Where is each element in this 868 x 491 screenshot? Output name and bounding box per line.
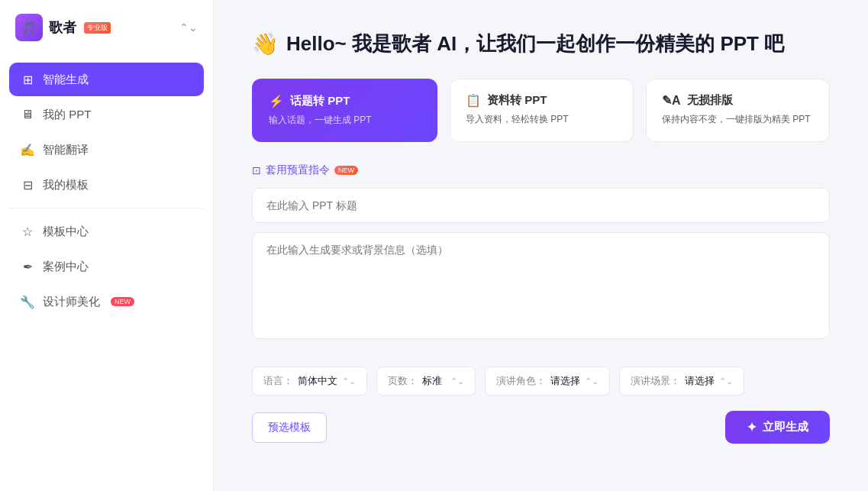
sidebar-item-my-ppt[interactable]: 🖥 我的 PPT: [9, 98, 204, 131]
ppt-desc-textarea[interactable]: [252, 232, 830, 339]
sidebar-item-smart-gen[interactable]: ⊞ 智能生成: [9, 63, 204, 96]
greeting: 👋 Hello~ 我是歌者 AI，让我们一起创作一份精美的 PPT 吧: [252, 31, 830, 57]
language-select[interactable]: 语言： 简体中文 ⌃⌄: [252, 367, 367, 396]
main-content: 👋 Hello~ 我是歌者 AI，让我们一起创作一份精美的 PPT 吧 ⚡ 话题…: [214, 0, 868, 491]
mode-card-desc: 保持内容不变，一键排版为精美 PPT: [662, 112, 814, 126]
sidebar-item-template-center[interactable]: ☆ 模板中心: [9, 215, 204, 248]
case-center-icon: ✒: [20, 259, 35, 274]
sidebar-nav: ⊞ 智能生成 🖥 我的 PPT ✍ 智能翻译 ⊟ 我的模板 ☆ 模板中心 ✒ 案…: [0, 55, 213, 491]
role-select[interactable]: 演讲角色： 请选择 ⌃⌄: [485, 367, 610, 396]
material-icon: 📋: [466, 93, 481, 108]
ppt-title-input[interactable]: [252, 188, 830, 223]
preset-section: ⊡ 套用预置指令 NEW: [252, 163, 830, 354]
sidebar-item-designer[interactable]: 🔧 设计师美化 NEW: [9, 285, 204, 318]
language-label: 语言：: [263, 374, 293, 388]
generate-label: 立即生成: [763, 420, 808, 434]
role-chevron-icon: ⌃⌄: [585, 376, 599, 386]
nav-divider: [9, 208, 204, 208]
preset-text: 套用预置指令: [266, 163, 330, 177]
role-label: 演讲角色：: [496, 374, 546, 388]
scene-value: 请选择: [685, 374, 715, 388]
scene-select[interactable]: 演讲场景： 请选择 ⌃⌄: [619, 367, 744, 396]
pages-chevron-icon: ⌃⌄: [450, 376, 464, 386]
logo-text: 歌者: [49, 18, 76, 37]
mode-cards: ⚡ 话题转 PPT 输入话题，一键生成 PPT 📋 资料转 PPT 导入资料，轻…: [252, 79, 830, 142]
sidebar-item-label: 我的模板: [43, 178, 89, 192]
scene-chevron-icon: ⌃⌄: [719, 376, 733, 386]
generate-spark-icon: ✦: [747, 420, 757, 434]
designer-icon: 🔧: [20, 294, 35, 309]
mode-card-label: 资料转 PPT: [487, 93, 547, 108]
logo-icon: 🎵: [15, 14, 43, 41]
mode-card-topic[interactable]: ⚡ 话题转 PPT 输入话题，一键生成 PPT: [252, 79, 437, 142]
sidebar-item-case-center[interactable]: ✒ 案例中心: [9, 250, 204, 283]
my-ppt-icon: 🖥: [20, 107, 35, 122]
mode-card-label: 话题转 PPT: [290, 94, 350, 108]
preset-label[interactable]: ⊡ 套用预置指令 NEW: [252, 163, 830, 177]
sidebar-item-label: 智能翻译: [43, 143, 89, 157]
sidebar-item-my-templates[interactable]: ⊟ 我的模板: [9, 168, 204, 202]
translate-icon: ✍: [20, 142, 35, 157]
sidebar: 🎵 歌者 专业版 ⌃⌄ ⊞ 智能生成 🖥 我的 PPT ✍ 智能翻译 ⊟ 我的模…: [0, 0, 214, 491]
sidebar-toggle-icon[interactable]: ⌃⌄: [179, 21, 198, 34]
pages-label: 页数：: [388, 374, 418, 388]
mode-card-material[interactable]: 📋 资料转 PPT 导入资料，轻松转换 PPT: [450, 79, 634, 142]
topic-icon: ⚡: [269, 94, 284, 108]
greeting-emoji: 👋: [252, 31, 279, 57]
template-center-icon: ☆: [20, 224, 35, 239]
language-chevron-icon: ⌃⌄: [342, 376, 356, 386]
mode-card-label: 无损排版: [687, 93, 733, 108]
noformat-icon: ✎A: [662, 93, 681, 108]
pages-value: 标准: [422, 374, 442, 388]
smart-gen-icon: ⊞: [20, 72, 35, 87]
generate-button[interactable]: ✦ 立即生成: [725, 411, 830, 444]
sidebar-item-ai-translate[interactable]: ✍ 智能翻译: [9, 133, 204, 166]
role-value: 请选择: [550, 374, 580, 388]
language-value: 简体中文: [298, 374, 337, 388]
preset-new-badge: NEW: [334, 166, 358, 175]
logo-area: 🎵 歌者 专业版 ⌃⌄: [0, 0, 213, 55]
my-templates-icon: ⊟: [20, 177, 35, 192]
logo-badge: 专业版: [84, 22, 111, 34]
preset-icon: ⊡: [252, 164, 261, 176]
mode-card-desc: 导入资料，轻松转换 PPT: [466, 112, 618, 126]
sidebar-item-label: 设计师美化: [43, 295, 100, 309]
options-row: 语言： 简体中文 ⌃⌄ 页数： 标准 ⌃⌄ 演讲角色： 请选择 ⌃⌄ 演讲场景：…: [252, 367, 830, 396]
bottom-row: 预选模板 ✦ 立即生成: [252, 411, 830, 444]
sidebar-item-label: 智能生成: [43, 73, 89, 87]
sidebar-item-label: 案例中心: [43, 260, 89, 274]
mode-card-noformat[interactable]: ✎A 无损排版 保持内容不变，一键排版为精美 PPT: [646, 79, 830, 142]
scene-label: 演讲场景：: [631, 374, 680, 388]
mode-card-desc: 输入话题，一键生成 PPT: [269, 113, 421, 127]
designer-badge: NEW: [111, 297, 134, 306]
sidebar-item-label: 我的 PPT: [43, 108, 91, 122]
greeting-text: Hello~ 我是歌者 AI，让我们一起创作一份精美的 PPT 吧: [286, 31, 784, 57]
preselect-template-button[interactable]: 预选模板: [252, 412, 327, 443]
sidebar-item-label: 模板中心: [43, 225, 89, 239]
pages-select[interactable]: 页数： 标准 ⌃⌄: [376, 367, 476, 396]
